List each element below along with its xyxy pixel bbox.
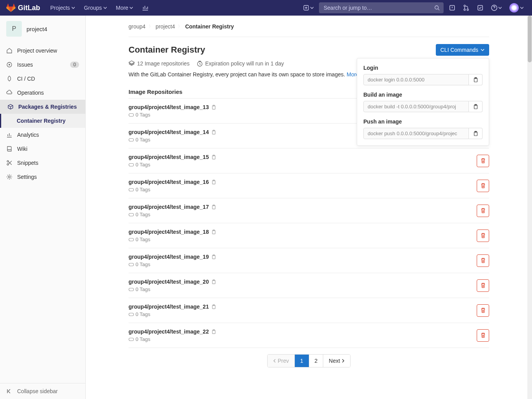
nav-groups[interactable]: Groups <box>80 0 111 16</box>
badge-count: 0 <box>70 62 79 68</box>
copy-image-name[interactable] <box>211 130 216 135</box>
cli-commands-button[interactable]: CLI Commands <box>436 44 489 56</box>
image-name[interactable]: group4/project4/test_image_16 <box>129 179 216 185</box>
svg-point-1 <box>435 6 439 9</box>
copy-login-button[interactable] <box>469 74 483 85</box>
svg-rect-41 <box>212 280 215 284</box>
copy-image-name[interactable] <box>211 329 216 334</box>
delete-image-button[interactable] <box>477 279 489 292</box>
clipboard-icon <box>473 131 478 136</box>
copy-image-name[interactable] <box>211 205 216 210</box>
chevron-down-icon <box>499 6 502 9</box>
sidebar-item-wiki[interactable]: Wiki <box>0 142 85 156</box>
image-row: group4/project4/test_image_16 0 Tags <box>129 173 489 198</box>
cli-login-title: Login <box>363 65 483 71</box>
nav-projects[interactable]: Projects <box>46 0 79 16</box>
delete-image-button[interactable] <box>477 230 489 242</box>
clipboard-icon <box>211 180 216 185</box>
image-name[interactable]: group4/project4/test_image_20 <box>129 279 216 285</box>
sidebar-subitem-container-registry[interactable]: Container Registry <box>0 114 85 128</box>
gitlab-logo[interactable]: GitLab <box>6 3 40 12</box>
delete-image-button[interactable] <box>477 205 489 217</box>
nav-activity[interactable] <box>138 0 152 16</box>
tag-icon <box>129 212 134 217</box>
expiration-policy: Expiration policy will run in 1 day <box>197 60 284 67</box>
copy-image-name[interactable] <box>211 230 216 235</box>
image-name[interactable]: group4/project4/test_image_21 <box>129 304 216 310</box>
search-input[interactable] <box>319 2 444 13</box>
sidebar-item-snippets[interactable]: Snippets <box>0 156 85 170</box>
clipboard-icon <box>211 105 216 110</box>
sidebar-item-label: CI / CD <box>17 76 35 82</box>
image-name[interactable]: group4/project4/test_image_17 <box>129 204 216 210</box>
sidebar-item-issues[interactable]: Issues0 <box>0 58 85 72</box>
help-dropdown[interactable] <box>489 5 504 11</box>
copy-build-button[interactable] <box>469 101 483 112</box>
cli-push-input[interactable] <box>363 128 469 139</box>
cli-login-input[interactable] <box>363 74 469 85</box>
sidebar-item-analytics[interactable]: Analytics <box>0 128 85 142</box>
pagination-page[interactable]: 2 <box>309 355 324 367</box>
collapse-sidebar[interactable]: Collapse sidebar <box>0 383 85 399</box>
sidebar-item-operations[interactable]: Operations <box>0 86 85 100</box>
copy-image-name[interactable] <box>211 254 216 260</box>
trash-icon <box>480 332 486 338</box>
copy-image-name[interactable] <box>211 304 216 309</box>
chart-icon <box>6 132 12 138</box>
delete-image-button[interactable] <box>477 254 489 267</box>
delete-image-button[interactable] <box>477 155 489 167</box>
copy-image-name[interactable] <box>211 105 216 110</box>
cloud-icon <box>6 90 12 96</box>
clipboard-icon <box>473 104 478 109</box>
copy-image-name[interactable] <box>211 155 216 160</box>
pagination-next[interactable]: Next <box>323 355 350 367</box>
image-name[interactable]: group4/project4/test_image_22 <box>129 328 216 335</box>
plus-dropdown[interactable] <box>301 5 316 11</box>
nav-more[interactable]: More <box>112 0 137 16</box>
image-name[interactable]: group4/project4/test_image_13 <box>129 104 216 110</box>
svg-rect-44 <box>212 305 215 309</box>
cli-popover: Login Build an image Push an image <box>357 58 489 146</box>
breadcrumb-group[interactable]: group4 <box>129 23 146 30</box>
image-row: group4/project4/test_image_21 0 Tags <box>129 298 489 323</box>
svg-point-9 <box>9 64 10 65</box>
image-tags: 0 Tags <box>129 187 216 192</box>
clipboard-icon <box>211 155 216 160</box>
sidebar-item-label: Project overview <box>17 48 57 54</box>
cli-build-input[interactable] <box>363 101 469 112</box>
pagination-page[interactable]: 1 <box>295 355 309 367</box>
copy-image-name[interactable] <box>211 279 216 284</box>
tag-icon <box>129 137 134 143</box>
todos-link[interactable] <box>475 5 486 11</box>
sidebar-item-label: Wiki <box>17 146 27 152</box>
sidebar-item-settings[interactable]: Settings <box>0 170 85 184</box>
cli-build-title: Build an image <box>363 92 483 98</box>
svg-rect-25 <box>129 138 134 141</box>
sidebar-item-ci-cd[interactable]: CI / CD <box>0 72 85 86</box>
trash-icon <box>480 183 486 189</box>
tanuki-icon <box>6 3 16 12</box>
scrollbar[interactable] <box>527 16 532 399</box>
image-name[interactable]: group4/project4/test_image_18 <box>129 229 216 235</box>
sidebar-item-label: Snippets <box>17 160 38 166</box>
copy-push-button[interactable] <box>469 128 483 139</box>
copy-image-name[interactable] <box>211 180 216 185</box>
image-name[interactable]: group4/project4/test_image_15 <box>129 154 216 160</box>
trash-icon <box>480 208 486 214</box>
image-row: group4/project4/test_image_15 0 Tags <box>129 148 489 173</box>
delete-image-button[interactable] <box>477 329 489 342</box>
project-header[interactable]: P project4 <box>0 16 85 42</box>
delete-image-button[interactable] <box>477 304 489 317</box>
image-name[interactable]: group4/project4/test_image_19 <box>129 254 216 260</box>
issues-link[interactable] <box>447 5 458 11</box>
breadcrumb-project[interactable]: project4 <box>156 23 175 30</box>
image-name[interactable]: group4/project4/test_image_14 <box>129 129 216 135</box>
home-icon <box>6 48 12 54</box>
sidebar-item-packages-registries[interactable]: Packages & Registries <box>0 100 85 114</box>
sidebar-item-project-overview[interactable]: Project overview <box>0 44 85 58</box>
image-tags: 0 Tags <box>129 311 216 317</box>
user-dropdown[interactable] <box>507 3 526 12</box>
merge-requests-link[interactable] <box>461 5 472 11</box>
trash-icon <box>480 233 486 238</box>
delete-image-button[interactable] <box>477 180 489 192</box>
